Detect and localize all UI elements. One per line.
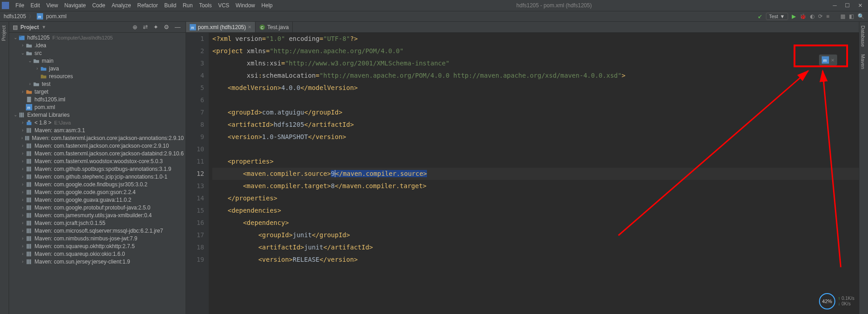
tree-row[interactable]: ›Maven: com.squareup.okio:okio:1.6.0 [9,250,186,258]
menu-edit[interactable]: Edit [28,1,43,10]
tree-row[interactable]: ›Maven: com.fasterxml.jackson.core:jacks… [9,150,186,157]
maven-tool-button[interactable]: Maven [859,50,867,73]
hide-icon[interactable]: — [173,24,182,30]
search-icon[interactable]: 🔍 [858,13,864,20]
tree-row[interactable]: ⌄src [9,49,186,57]
tab-test-java[interactable]: C Test.java [255,22,293,32]
run-icon[interactable]: ▶ [792,13,796,20]
tree-arrow-icon[interactable]: › [20,259,25,264]
tree-row[interactable]: mpom.xml [9,103,186,111]
tree-arrow-icon[interactable]: › [20,213,25,218]
debug-icon[interactable]: 🐞 [799,13,806,20]
tree-row[interactable]: ›Maven: com.google.code.findbugs:jsr305:… [9,180,186,188]
tree-arrow-icon[interactable]: ⌄ [20,50,25,55]
tree-row[interactable]: ›target [9,88,186,95]
tree-arrow-icon[interactable]: › [20,174,25,179]
gear-icon[interactable]: ⚙ [162,24,171,30]
tree-arrow-icon[interactable]: › [20,189,25,194]
menu-view[interactable]: View [44,1,61,10]
maximize-icon[interactable]: ☐ [845,2,850,9]
tree-row[interactable]: ›Maven: com.jamesmurty.utils:java-xmlbui… [9,211,186,219]
tree-row[interactable]: resources [9,72,186,80]
tree-arrow-icon[interactable]: › [34,66,40,71]
project-tool-button[interactable]: Project [0,22,7,45]
tree-arrow-icon[interactable]: › [20,89,25,94]
tree-row[interactable]: ›Maven: com.fasterxml.jackson.core:jacks… [9,142,186,150]
network-speed-widget[interactable]: 42% ↑ 0.1K/s ↓ 0K/s [818,292,855,310]
menu-build[interactable]: Build [162,1,179,10]
tree-arrow-icon[interactable]: ⌄ [13,112,18,117]
tree-row[interactable]: ›Maven: com.microsoft.sqlserver:mssql-jd… [9,227,186,234]
tree-row[interactable]: ›< 1.8 >E:\Java [9,119,186,126]
collapse-icon[interactable]: ✦ [152,24,160,30]
tree-row[interactable]: ›test [9,80,186,88]
tree-row[interactable]: ⌄hdfs1205F:\computer\Java\hdfs1205 [9,34,186,41]
structure-icon[interactable]: ▦ [840,13,845,20]
tree-arrow-icon[interactable]: ⌄ [13,35,18,40]
tree-arrow-icon[interactable]: › [20,182,25,187]
tree-arrow-icon[interactable]: › [20,197,25,202]
breadcrumb-project[interactable]: hdfs1205 [4,13,26,20]
code-body[interactable]: <?xml version="1.0" encoding="UTF-8"?><p… [209,33,859,314]
tab-close-icon[interactable]: ✕ [248,25,251,30]
tree-arrow-icon[interactable]: ⌄ [27,58,33,63]
sidebar-dropdown-icon[interactable]: ▼ [42,25,46,30]
tree-arrow-icon[interactable]: › [20,128,25,133]
tree-arrow-icon[interactable]: › [27,81,33,86]
tree-arrow-icon[interactable]: › [20,220,25,225]
build-ok-icon[interactable]: ↙ [758,13,762,20]
menu-vcs[interactable]: VCS [216,1,232,10]
tree-row[interactable]: ›Maven: com.fasterxml.jackson.core:jacks… [9,134,186,142]
menu-run[interactable]: Run [180,1,196,10]
tree-row[interactable]: ›Maven: com.google.guava:guava:11.0.2 [9,196,186,204]
close-icon[interactable]: ✕ [858,2,863,9]
tree-row[interactable]: ⌄External Libraries [9,111,186,119]
menu-window[interactable]: Window [233,1,258,10]
tree-arrow-icon[interactable]: › [20,120,25,125]
tree-arrow-icon[interactable]: › [20,205,25,210]
tree-arrow-icon[interactable]: › [20,166,25,171]
breadcrumb-file[interactable]: pom.xml [46,13,66,20]
tree-row[interactable]: hdfs1205.iml [9,95,186,103]
tab-pom-xml[interactable]: m pom.xml (hdfs1205) ✕ [186,22,255,32]
menu-file[interactable]: File [13,1,27,10]
layout-icon[interactable]: ◧ [849,13,854,20]
tree-arrow-icon[interactable]: › [20,43,25,48]
tree-arrow-icon[interactable]: › [20,143,25,148]
tree-row[interactable]: ›Maven: com.squareup.okhttp:okhttp:2.7.5 [9,242,186,250]
sidebar-view-icon[interactable]: ▤ [13,24,18,30]
tree-row[interactable]: ›Maven: asm:asm:3.1 [9,126,186,134]
project-tree[interactable]: ⌄hdfs1205F:\computer\Java\hdfs1205›.idea… [9,33,186,314]
profile-icon[interactable]: ⟳ [818,13,823,20]
menu-tools[interactable]: Tools [196,1,215,10]
tree-row[interactable]: ›Maven: com.google.protobuf:protobuf-jav… [9,204,186,211]
menu-help[interactable]: Help [259,1,275,10]
tree-row[interactable]: ›Maven: com.github.spotbugs:spotbugs-ann… [9,165,186,173]
tree-arrow-icon[interactable]: › [20,236,25,241]
tree-arrow-icon[interactable]: › [20,228,25,233]
tree-row[interactable]: ›Maven: com.fasterxml.woodstox:woodstox-… [9,157,186,165]
tree-row[interactable]: ›Maven: com.github.stephenc.jcip:jcip-an… [9,173,186,180]
tree-arrow-icon[interactable]: › [20,135,25,140]
expand-icon[interactable]: ⇄ [142,24,149,30]
tree-row[interactable]: ›Maven: com.google.code.gson:gson:2.2.4 [9,188,186,196]
tree-arrow-icon[interactable]: › [20,159,25,164]
tree-row[interactable]: ›Maven: com.sun.jersey:jersey-client:1.9 [9,258,186,265]
tree-arrow-icon[interactable]: › [20,151,25,156]
stop-icon[interactable]: ■ [826,13,829,20]
menu-refactor[interactable]: Refactor [135,1,161,10]
code-editor[interactable]: 12345678910111213141516171819 <?xml vers… [186,33,859,314]
coverage-icon[interactable]: ◐ [810,13,814,20]
run-config-selector[interactable]: Test ▼ [766,13,788,20]
tree-row[interactable]: ›Maven: com.nimbusds:nimbus-jose-jwt:7.9 [9,234,186,242]
locate-icon[interactable]: ⊕ [131,24,139,30]
menu-code[interactable]: Code [89,1,108,10]
menu-navigate[interactable]: Navigate [62,1,88,10]
tree-row[interactable]: ›java [9,65,186,72]
minimize-icon[interactable]: ─ [833,2,837,9]
tree-row[interactable]: ⌄main [9,57,186,65]
menu-analyze[interactable]: Analyze [109,1,134,10]
tree-row[interactable]: ›.idea [9,41,186,49]
tree-arrow-icon[interactable]: › [20,251,25,256]
tree-row[interactable]: ›Maven: com.jcraft:jsch:0.1.55 [9,219,186,227]
